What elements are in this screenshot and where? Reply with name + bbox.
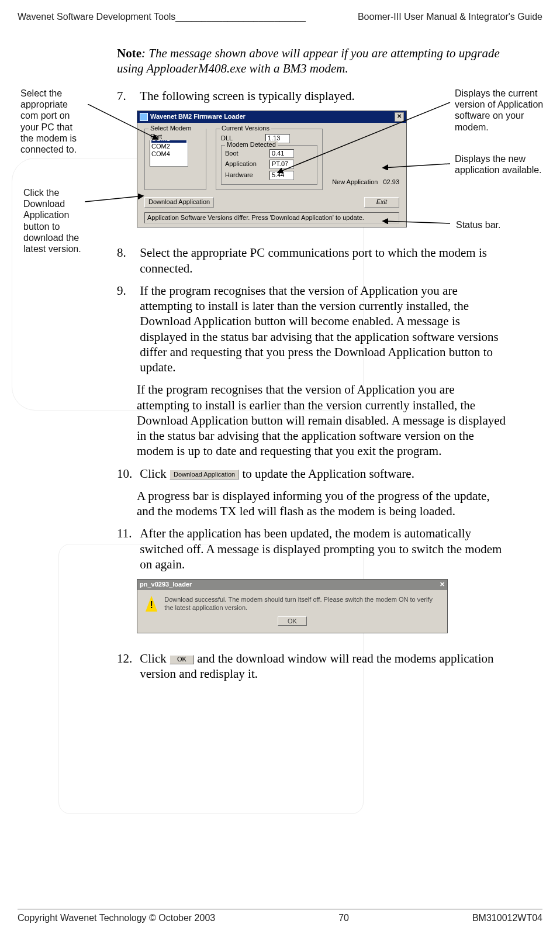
svg-line-1	[85, 196, 143, 202]
step-10: 10. Click Download Application to update…	[117, 466, 507, 481]
hardware-label: Hardware	[225, 171, 264, 180]
step-number: 8.	[117, 245, 137, 260]
callout-current-version: Displays the current version of Applicat…	[455, 88, 557, 133]
note-text: : The message shown above will appear if…	[117, 46, 500, 75]
step-11: 11. After the application has been updat…	[117, 526, 507, 572]
new-application-value: 02.93	[383, 178, 399, 185]
step-text: Select the appropriate PC communications…	[140, 245, 507, 276]
step-10-continued: A progress bar is displayed informing yo…	[137, 488, 507, 519]
arrow-icon	[380, 161, 456, 173]
step-7: 7. The following screen is typically dis…	[117, 88, 507, 104]
step-9: 9. If the program recognises that the ve…	[117, 283, 507, 375]
close-icon[interactable]: ✕	[440, 581, 445, 589]
ok-button[interactable]: OK	[278, 616, 307, 626]
callout-download-button: Click the Download Application button to…	[23, 187, 85, 254]
step-number: 9.	[117, 283, 137, 298]
ok-inline-button[interactable]: OK	[170, 655, 194, 664]
application-label: Application	[225, 160, 264, 168]
status-bar: Application Software Versions differ. Pr…	[144, 212, 399, 224]
window-title: Wavenet BM2 Firmware Loader	[150, 113, 246, 121]
group-legend-detected: Modem Detected	[225, 141, 278, 149]
boot-label: Boot	[225, 150, 264, 158]
step-12: 12. Click OK and the download window wil…	[117, 651, 507, 682]
footer-left: Copyright Wavenet Technology © October 2…	[18, 913, 215, 923]
step-text: If the program recognises that the versi…	[140, 283, 507, 375]
header-right: Boomer-III User Manual & Integrator's Gu…	[358, 12, 542, 22]
step-text-fragment: Click	[140, 467, 170, 481]
callout-status-bar: Status bar.	[456, 219, 532, 230]
step-text-fragment: Click	[140, 651, 170, 665]
step-number: 7.	[117, 88, 137, 104]
step-9-continued: If the program recognises that the versi…	[137, 382, 507, 458]
dialog-message: Download successful. The modem should tu…	[164, 596, 439, 612]
arrow-icon	[380, 216, 456, 228]
arrow-icon	[85, 193, 149, 211]
header-left: Wavenet Software Development Tools______…	[18, 12, 306, 22]
group-legend-versions: Current Versions	[220, 125, 271, 133]
svg-line-0	[88, 104, 158, 139]
svg-line-4	[383, 221, 450, 223]
download-application-button[interactable]: Download Application	[144, 197, 214, 208]
step-number: 10.	[117, 466, 137, 481]
callout-com-port: Select the appropriate com port on your …	[20, 88, 88, 155]
dialog-title: pn_v0293_loader	[140, 581, 192, 589]
footer-right: BM310012WT04	[472, 913, 542, 923]
warning-icon: !	[146, 596, 157, 612]
note-block: Note: The message shown above will appea…	[117, 46, 507, 77]
arrow-icon	[88, 104, 164, 145]
new-application-label: New Application	[332, 178, 378, 185]
step-text: Click Download Application to update the…	[140, 466, 507, 481]
step-text: The following screen is typically displa…	[140, 88, 507, 104]
step-text: After the application has been updated, …	[140, 526, 507, 572]
step-text: Click OK and the download window will re…	[140, 651, 507, 682]
download-success-dialog: pn_v0293_loader ✕ ! Download successful.…	[137, 579, 448, 633]
svg-line-3	[383, 164, 450, 168]
step-number: 11.	[117, 526, 137, 541]
callout-new-application: Displays the new application available.	[455, 153, 557, 175]
exit-button[interactable]: Exit	[364, 197, 399, 208]
step-number: 12.	[117, 651, 137, 666]
step-8: 8. Select the appropriate PC communicati…	[117, 245, 507, 276]
footer-page-number: 70	[338, 913, 349, 923]
step-text-fragment: to update the Application software.	[239, 467, 414, 481]
download-application-inline-button[interactable]: Download Application	[170, 470, 239, 480]
note-label: Note	[117, 46, 141, 60]
list-item[interactable]: COM4	[151, 150, 186, 158]
